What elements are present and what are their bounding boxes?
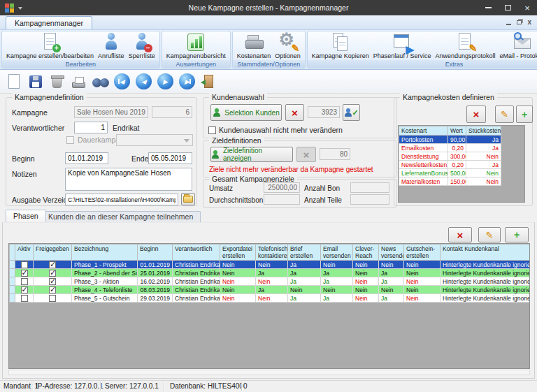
phase-row[interactable]: Phase_3 - Aktion16.02.2019Christian Endr…: [10, 277, 531, 286]
nav-last-button[interactable]: ▶: [178, 72, 196, 91]
grid-column-header[interactable]: Aktiv: [15, 245, 34, 261]
kampagnekosten-group: Kampagnekosten definieren × ✎ + Kostenar…: [394, 97, 533, 206]
beginn-field[interactable]: [65, 152, 108, 164]
kampagne-kopieren-button[interactable]: Kampagne Kopieren: [310, 32, 371, 60]
cost-row[interactable]: Newsletterkosten0,20Ja: [399, 161, 501, 169]
anzahl-teile-field[interactable]: [350, 194, 389, 205]
browse-folder-button[interactable]: [181, 193, 195, 205]
search-button[interactable]: [91, 72, 110, 91]
grid-column-header[interactable]: Clever-Reach: [353, 245, 379, 261]
nav-prev-button[interactable]: ◀: [134, 72, 153, 91]
grid-column-header[interactable]: News versenden: [379, 245, 404, 261]
new-button[interactable]: [4, 72, 23, 91]
cost-col-wert[interactable]: Wert: [448, 126, 466, 136]
delete-button[interactable]: [48, 72, 66, 91]
kosten-edit-button[interactable]: ✎: [495, 106, 514, 123]
sperrliste-button[interactable]: – Sperrliste: [127, 32, 157, 60]
cost-row[interactable]: LiefernatenBonus500,00Nein: [399, 169, 501, 177]
nav-next-button[interactable]: ▶: [156, 72, 175, 91]
aktiv-checkbox[interactable]: [21, 286, 28, 293]
anzahl-bon-field[interactable]: [350, 182, 389, 193]
kunden-pruefen-button[interactable]: ✓: [343, 104, 360, 121]
ausgabe-verzeichnis-field[interactable]: [65, 194, 178, 205]
optionen-button[interactable]: ⚙✎ Optionen: [273, 32, 303, 60]
phase-delete-button[interactable]: ×: [448, 227, 472, 242]
cost-row[interactable]: Emailkosten0,20Ja: [399, 144, 501, 152]
freigegeben-checkbox[interactable]: [49, 270, 56, 277]
notizen-field[interactable]: Kopie von KampagneSale Hosen: [65, 168, 192, 191]
bar-chart-icon: [185, 32, 206, 52]
verantwortlicher-field[interactable]: [74, 122, 108, 133]
kampagne-erstellen-button[interactable]: + Kampagne erstellen/bearbeiten: [4, 32, 96, 60]
kundenauswahl-lock-checkbox[interactable]: [208, 126, 216, 134]
kampagne-number-field[interactable]: [152, 106, 192, 118]
phase-add-button[interactable]: +: [505, 227, 529, 242]
aktiv-checkbox[interactable]: [21, 261, 28, 268]
grid-column-header[interactable]: Email versenden: [321, 245, 353, 261]
dauerkampagne-checkbox[interactable]: [66, 136, 74, 144]
print-button[interactable]: [69, 72, 88, 91]
freigegeben-checkbox[interactable]: [49, 278, 56, 285]
aktiv-checkbox[interactable]: [21, 295, 28, 302]
ziele-count-field[interactable]: [320, 148, 350, 160]
phase-row[interactable]: Phase_4 - Telefonliste08.03.2019Christia…: [10, 286, 531, 294]
durchschnittsbon-field[interactable]: [264, 194, 300, 205]
nav-first-button[interactable]: ◀: [113, 72, 131, 91]
status-server: Server: 127.0.0.1: [105, 382, 159, 390]
horizontal-scrollbar[interactable]: [8, 370, 530, 375]
grid-column-header[interactable]: Brief erstellen: [288, 245, 321, 261]
freigegeben-checkbox[interactable]: [49, 286, 56, 293]
umsatz-field[interactable]: [264, 182, 300, 193]
kampagnenuebersicht-button[interactable]: Kampagnenübersicht: [164, 32, 228, 60]
grid-column-header[interactable]: Kontakt Kundenkanal: [441, 245, 531, 261]
zieldefinition-anzeigen-button[interactable]: Zieldefinition anzeigen: [210, 147, 293, 162]
grid-column-header[interactable]: Freigegeben: [34, 245, 72, 261]
grid-column-header[interactable]: Verantwortlich: [173, 245, 220, 261]
exit-button[interactable]: [199, 72, 218, 91]
grid-column-header[interactable]: Exportdatei erstellen: [220, 245, 256, 261]
tab-kampagnenmanager[interactable]: Kampagnenmanager: [6, 16, 92, 29]
mdi-close-icon[interactable]: x: [527, 19, 531, 26]
phase-edit-button[interactable]: ✎: [478, 227, 501, 242]
notizen-label: Notizen: [12, 170, 37, 178]
anwendungsprotokoll-button[interactable]: ✎ Anwendungsprotokoll: [433, 32, 497, 60]
anrufliste-button[interactable]: Anrufliste: [96, 32, 127, 60]
tab-kunden-teilnehmen[interactable]: Kunden die an dieser Kampagne teilnehmen: [41, 211, 201, 222]
maximize-button[interactable]: [498, 0, 517, 15]
freigegeben-checkbox[interactable]: [49, 261, 56, 268]
cost-row[interactable]: Portokosten90,00Ja: [399, 136, 501, 144]
kosten-add-button[interactable]: +: [516, 106, 533, 123]
cost-row[interactable]: Dienstleistung300,00Nein: [399, 152, 501, 161]
clear-ziele-button[interactable]: ×: [296, 147, 316, 162]
tab-phasen[interactable]: Phasen: [6, 210, 46, 222]
kostenarten-button[interactable]: Kostenarten: [235, 32, 273, 60]
clear-kundenauswahl-button[interactable]: ×: [285, 104, 304, 121]
cost-row[interactable]: Materialkosten150,00Nein: [399, 177, 501, 186]
phase-row[interactable]: Phase_5 - Gutschein29.03.2019Christian E…: [10, 294, 531, 303]
gear-pencil-icon: ⚙✎: [278, 32, 299, 52]
grid-column-header[interactable]: Gutschein-erstellen: [404, 245, 441, 261]
freigegeben-checkbox[interactable]: [49, 295, 56, 302]
mdi-minimize-icon[interactable]: [506, 24, 511, 25]
email-protokoll-button[interactable]: eMail - Protokoll: [497, 32, 537, 60]
phasenlauf-service-button[interactable]: ▶ Phasenlauf / Service: [371, 32, 434, 60]
mdi-restore-icon[interactable]: [517, 20, 522, 24]
aktiv-checkbox[interactable]: [21, 278, 28, 285]
cost-col-kostenart[interactable]: Kostenart: [399, 126, 448, 136]
minimize-button[interactable]: [478, 0, 498, 15]
close-button[interactable]: ×: [517, 0, 537, 15]
kampagne-field[interactable]: [74, 106, 148, 118]
ende-field[interactable]: [148, 152, 192, 164]
selektion-kunden-button[interactable]: Selektion Kunden: [210, 104, 282, 121]
grid-column-header[interactable]: Beginn: [138, 245, 173, 261]
kunden-count-field[interactable]: [308, 106, 340, 118]
kosten-delete-button[interactable]: ×: [466, 106, 486, 123]
aktiv-checkbox[interactable]: [21, 270, 28, 277]
dauerkampagne-dropdown[interactable]: [116, 134, 193, 146]
grid-column-header[interactable]: Bezeichnung: [72, 245, 138, 261]
grid-column-header[interactable]: Telefonisch kontaktieren: [256, 245, 288, 261]
save-button[interactable]: [26, 72, 45, 91]
cost-col-stueckkosten[interactable]: Stückkosten: [466, 126, 501, 136]
phase-row[interactable]: Phase_2 - Abend der Sinne25.01.2019Chris…: [10, 269, 531, 277]
phase-row[interactable]: Phase_1 - Prospekt01.01.2019Christian En…: [10, 261, 531, 269]
